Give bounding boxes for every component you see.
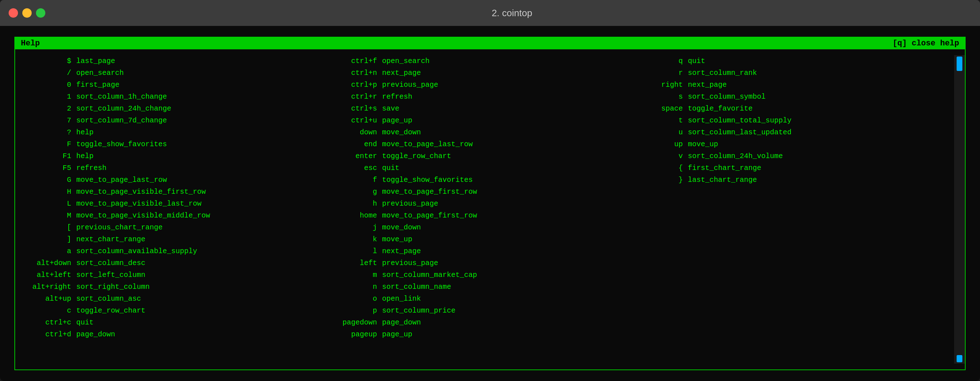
scrollbar-thumb-bottom[interactable] bbox=[957, 355, 963, 362]
list-item: lnext_page bbox=[332, 245, 638, 257]
list-item: ctrl+fopen_search bbox=[332, 55, 638, 67]
list-item: ctrl+nnext_page bbox=[332, 67, 638, 79]
list-item: /open_search bbox=[26, 67, 332, 79]
list-item: jmove_down bbox=[332, 222, 638, 233]
scrollbar-thumb[interactable] bbox=[957, 57, 963, 71]
list-item: }last_chart_range bbox=[638, 174, 943, 186]
list-item: ctrl+rrefresh bbox=[332, 91, 638, 103]
list-item: pageuppage_up bbox=[332, 328, 638, 340]
list-item: ssort_column_symbol bbox=[638, 91, 943, 103]
help-body: $last_page /open_search 0first_page 1sor… bbox=[15, 49, 965, 370]
list-item: ctrl+cquit bbox=[26, 317, 332, 328]
content-area: Help [q] close help $last_page /open_sea… bbox=[0, 26, 980, 381]
list-item: ctoggle_row_chart bbox=[26, 304, 332, 317]
list-item: Hmove_to_page_visible_first_row bbox=[26, 186, 332, 198]
list-item: F1help bbox=[26, 150, 332, 162]
list-item: homemove_to_page_first_row bbox=[332, 210, 638, 222]
list-item: kmove_up bbox=[332, 233, 638, 245]
window-title: 2. cointop bbox=[52, 8, 971, 19]
close-help-label[interactable]: [q] close help bbox=[892, 39, 959, 48]
list-item: alt+downsort_column_desc bbox=[26, 257, 332, 269]
list-item: qquit bbox=[638, 55, 943, 67]
titlebar: 2. cointop bbox=[0, 0, 980, 26]
list-item: rsort_column_rank bbox=[638, 67, 943, 79]
keybindings-column-3: qquit rsort_column_rank rightnext_page s… bbox=[638, 55, 943, 364]
list-item: oopen_link bbox=[332, 293, 638, 304]
help-header: Help [q] close help bbox=[15, 37, 965, 49]
minimize-button[interactable] bbox=[22, 8, 32, 18]
keybindings-column-1: $last_page /open_search 0first_page 1sor… bbox=[26, 55, 332, 364]
help-panel: Help [q] close help $last_page /open_sea… bbox=[14, 37, 966, 370]
list-item: alt+leftsort_left_column bbox=[26, 269, 332, 281]
list-item: ctrl+ssave bbox=[332, 103, 638, 115]
list-item: ?help bbox=[26, 126, 332, 138]
list-item: upmove_up bbox=[638, 138, 943, 150]
list-item: msort_column_market_cap bbox=[332, 269, 638, 281]
list-item: $last_page bbox=[26, 55, 332, 67]
list-item: 1sort_column_1h_change bbox=[26, 91, 332, 103]
help-label: Help bbox=[21, 39, 40, 48]
list-item: downmove_down bbox=[332, 126, 638, 138]
list-item: Gmove_to_page_last_row bbox=[26, 174, 332, 186]
scrollbar[interactable] bbox=[954, 55, 965, 364]
traffic-lights bbox=[9, 8, 45, 18]
keybindings-grid: $last_page /open_search 0first_page 1sor… bbox=[15, 55, 954, 364]
list-item: entertoggle_row_chart bbox=[332, 150, 638, 162]
list-item: ]next_chart_range bbox=[26, 233, 332, 245]
list-item: 2sort_column_24h_change bbox=[26, 103, 332, 115]
list-item: F5refresh bbox=[26, 162, 332, 174]
list-item: leftprevious_page bbox=[332, 257, 638, 269]
list-item: escquit bbox=[332, 162, 638, 174]
list-item: 0first_page bbox=[26, 79, 332, 91]
list-item: hprevious_page bbox=[332, 198, 638, 210]
maximize-button[interactable] bbox=[36, 8, 45, 18]
list-item: spacetoggle_favorite bbox=[638, 103, 943, 115]
list-item: nsort_column_name bbox=[332, 281, 638, 293]
list-item: asort_column_available_supply bbox=[26, 245, 332, 257]
list-item: Lmove_to_page_visible_last_row bbox=[26, 198, 332, 210]
list-item: psort_column_price bbox=[332, 304, 638, 317]
list-item: tsort_column_total_supply bbox=[638, 115, 943, 126]
list-item: [previous_chart_range bbox=[26, 222, 332, 233]
list-item: ctrl+dpage_down bbox=[26, 328, 332, 340]
keybindings-column-2: ctrl+fopen_search ctrl+nnext_page ctrl+p… bbox=[332, 55, 638, 364]
list-item: ctrl+upage_up bbox=[332, 115, 638, 126]
list-item: ftoggle_show_favorites bbox=[332, 174, 638, 186]
list-item: Ftoggle_show_favorites bbox=[26, 138, 332, 150]
list-item: rightnext_page bbox=[638, 79, 943, 91]
list-item: vsort_column_24h_volume bbox=[638, 150, 943, 162]
close-button[interactable] bbox=[9, 8, 18, 18]
list-item: {first_chart_range bbox=[638, 162, 943, 174]
list-item: usort_column_last_updated bbox=[638, 126, 943, 138]
app-window: 2. cointop Help [q] close help $last_pag… bbox=[0, 0, 980, 381]
list-item: pagedownpage_down bbox=[332, 317, 638, 328]
list-item: alt+rightsort_right_column bbox=[26, 281, 332, 293]
list-item: ctrl+pprevious_page bbox=[332, 79, 638, 91]
list-item: Mmove_to_page_visible_middle_row bbox=[26, 210, 332, 222]
list-item: alt+upsort_column_asc bbox=[26, 293, 332, 304]
list-item: 7sort_column_7d_change bbox=[26, 115, 332, 126]
list-item: endmove_to_page_last_row bbox=[332, 138, 638, 150]
list-item: gmove_to_page_first_row bbox=[332, 186, 638, 198]
